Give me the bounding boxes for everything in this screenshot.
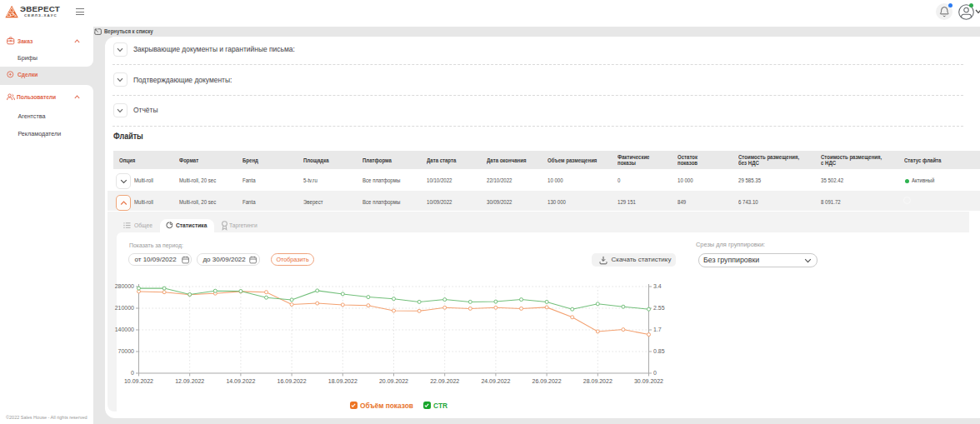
svg-text:2.55: 2.55 — [653, 305, 665, 311]
svg-text:3.4: 3.4 — [653, 283, 662, 289]
svg-text:280000: 280000 — [115, 283, 134, 289]
svg-text:12.09.2022: 12.09.2022 — [175, 378, 204, 384]
svg-text:14.09.2022: 14.09.2022 — [226, 378, 255, 384]
svg-text:28.09.2022: 28.09.2022 — [583, 378, 612, 384]
svg-text:140000: 140000 — [115, 327, 134, 332]
svg-text:16.09.2022: 16.09.2022 — [278, 378, 307, 384]
svg-text:0.85: 0.85 — [653, 348, 665, 354]
svg-text:0: 0 — [131, 370, 134, 376]
svg-text:18.09.2022: 18.09.2022 — [328, 378, 358, 384]
svg-text:30.09.2022: 30.09.2022 — [634, 378, 663, 384]
svg-text:0: 0 — [653, 370, 657, 376]
svg-text:26.09.2022: 26.09.2022 — [532, 378, 562, 384]
svg-text:210000: 210000 — [115, 305, 134, 311]
svg-text:70000: 70000 — [118, 348, 135, 354]
svg-text:20.09.2022: 20.09.2022 — [379, 378, 408, 384]
svg-text:24.09.2022: 24.09.2022 — [481, 378, 510, 384]
svg-text:22.09.2022: 22.09.2022 — [430, 378, 459, 384]
svg-text:10.09.2022: 10.09.2022 — [124, 378, 153, 384]
svg-text:1.7: 1.7 — [653, 327, 662, 332]
